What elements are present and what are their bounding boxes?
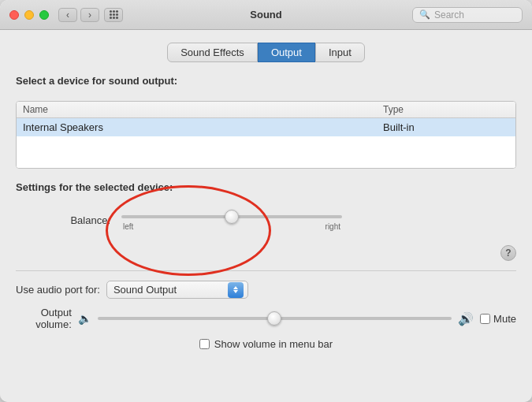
forward-icon: › [88, 9, 91, 20]
volume-row: Output volume: 🔈 🔊 Mute [16, 307, 516, 330]
close-button[interactable] [9, 10, 19, 20]
search-icon: 🔍 [419, 9, 430, 20]
balance-slider[interactable] [121, 215, 342, 218]
table-row[interactable]: Internal Speakers Built-in [17, 118, 515, 136]
back-icon: ‹ [66, 9, 69, 20]
tab-sound-effects[interactable]: Sound Effects [167, 43, 258, 62]
volume-slider[interactable] [98, 317, 452, 320]
device-name: Internal Speakers [23, 121, 383, 133]
settings-heading: Settings for the selected device: [16, 181, 516, 193]
search-input[interactable] [434, 9, 515, 20]
table-empty-row [17, 136, 515, 168]
audio-port-row: Use audio port for: Sound Output Sound I… [16, 281, 516, 299]
volume-label: Output volume: [16, 307, 72, 330]
mute-label: Mute [493, 313, 516, 325]
traffic-lights [9, 10, 49, 20]
col-header-name: Name [23, 104, 383, 115]
main-window: ‹ › Sound 🔍 Sound Effects Output Input [0, 0, 532, 402]
search-bar[interactable]: 🔍 [412, 7, 523, 23]
content-area: Sound Effects Output Input Select a devi… [0, 30, 532, 402]
tab-input[interactable]: Input [315, 43, 365, 62]
audio-port-select[interactable]: Sound Output Sound Input [106, 281, 248, 299]
show-volume-checkbox[interactable] [199, 339, 210, 349]
nav-buttons: ‹ › [58, 8, 99, 22]
speaker-low-icon: 🔈 [78, 312, 91, 325]
tab-bar: Sound Effects Output Input [16, 43, 516, 62]
balance-row: Balance: left right [16, 209, 516, 231]
balance-right-label: right [326, 222, 340, 231]
audio-port-select-wrapper: Sound Output Sound Input [106, 281, 248, 299]
grid-icon [110, 10, 118, 19]
mute-row: Mute [480, 313, 516, 325]
bottom-section: Use audio port for: Sound Output Sound I… [16, 270, 516, 350]
show-volume-row: Show volume in menu bar [16, 338, 516, 350]
mute-checkbox[interactable] [480, 314, 490, 324]
tab-output[interactable]: Output [258, 43, 315, 62]
grid-button[interactable] [104, 8, 123, 22]
title-bar: ‹ › Sound 🔍 [0, 0, 532, 30]
show-volume-label: Show volume in menu bar [214, 338, 333, 350]
device-type: Built-in [383, 121, 509, 133]
back-button[interactable]: ‹ [58, 8, 77, 22]
balance-left-label: left [123, 222, 133, 231]
balance-label: Balance: [16, 214, 110, 226]
table-header: Name Type [17, 102, 515, 118]
help-button[interactable]: ? [500, 245, 516, 261]
help-area: ? [16, 245, 516, 261]
section-heading: Select a device for sound output: [16, 75, 516, 87]
forward-button[interactable]: › [80, 8, 99, 22]
speaker-high-icon: 🔊 [458, 311, 474, 326]
window-title: Sound [250, 9, 281, 20]
col-header-type: Type [383, 104, 509, 115]
maximize-button[interactable] [39, 10, 49, 20]
minimize-button[interactable] [24, 10, 34, 20]
balance-slider-container: left right [121, 209, 342, 231]
device-table: Name Type Internal Speakers Built-in [16, 101, 516, 169]
audio-port-label: Use audio port for: [16, 284, 100, 296]
